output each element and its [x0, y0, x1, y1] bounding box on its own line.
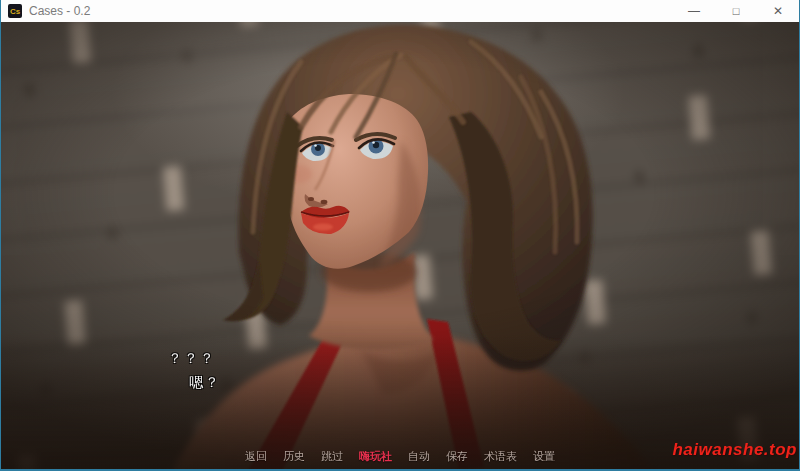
speaker-name: ？？？ [168, 350, 216, 368]
menu-item-glossary[interactable]: 术语表 [484, 449, 517, 464]
close-button[interactable]: ✕ [757, 0, 799, 22]
menu-item-haiwanshe[interactable]: 嗨玩社 [359, 449, 392, 464]
menu-item-history[interactable]: 历史 [283, 449, 305, 464]
app-icon: Cs [8, 4, 22, 18]
watermark-text: haiwanshe.top [672, 440, 797, 460]
menu-item-save[interactable]: 保存 [446, 449, 468, 464]
minimize-icon: — [688, 4, 700, 18]
vignette-overlay [1, 22, 799, 469]
title-bar: Cs Cases - 0.2 — □ ✕ [1, 0, 799, 22]
menu-item-auto[interactable]: 自动 [408, 449, 430, 464]
close-icon: ✕ [773, 4, 783, 18]
maximize-icon: □ [733, 5, 740, 17]
minimize-button[interactable]: — [673, 0, 715, 22]
app-window: Cs Cases - 0.2 — □ ✕ [0, 0, 800, 471]
window-title: Cases - 0.2 [29, 4, 90, 18]
menu-item-settings[interactable]: 设置 [533, 449, 555, 464]
maximize-button[interactable]: □ [715, 0, 757, 22]
game-viewport[interactable]: ？？？ 嗯？ 返回 历史 跳过 嗨玩社 自动 保存 术语表 设置 haiwans… [1, 22, 799, 469]
window-controls: — □ ✕ [673, 0, 799, 22]
app-icon-label: Cs [10, 7, 20, 16]
menu-item-back[interactable]: 返回 [245, 449, 267, 464]
dialogue-text: 嗯？ [189, 374, 221, 392]
menu-item-skip[interactable]: 跳过 [321, 449, 343, 464]
